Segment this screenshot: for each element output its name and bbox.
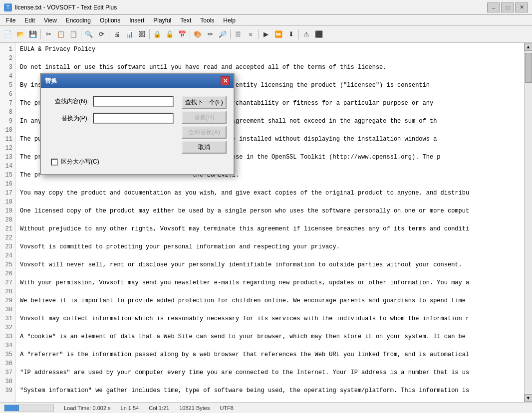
menu-file[interactable]: File bbox=[2, 15, 19, 25]
menu-text[interactable]: Text bbox=[176, 15, 195, 25]
tb-zoom[interactable]: 🔎 bbox=[217, 28, 229, 40]
tb-open[interactable]: 📂 bbox=[14, 28, 26, 40]
menu-options[interactable]: Options bbox=[96, 15, 124, 25]
replace-dialog: 替换 ✕ 查找内容(N): 替换为(P): bbox=[40, 73, 235, 175]
tb-copy[interactable]: 📋 bbox=[55, 28, 67, 40]
tb-down[interactable]: ⬇ bbox=[285, 28, 297, 40]
tb-replace[interactable]: ⟳ bbox=[95, 28, 107, 40]
tb-chart[interactable]: 📊 bbox=[123, 28, 135, 40]
tb-sep-8 bbox=[298, 29, 299, 39]
col: Col 1:21 bbox=[149, 405, 169, 411]
tb-paste[interactable]: 📋 bbox=[67, 28, 79, 40]
dialog-inputs-col: 查找内容(N): 替换为(P): bbox=[49, 96, 174, 154]
tb-save[interactable]: 💾 bbox=[27, 28, 39, 40]
tb-pen[interactable]: ✏ bbox=[204, 28, 216, 40]
menu-bar: File Edit View Encoding Options Insert P… bbox=[0, 15, 532, 26]
tb-sep-5 bbox=[190, 29, 190, 39]
tb-sep-6 bbox=[230, 29, 231, 39]
dialog-overlay: 替换 ✕ 查找内容(N): 替换为(P): bbox=[0, 43, 532, 402]
tb-sep-1 bbox=[40, 29, 41, 39]
encoding: UTF8 bbox=[220, 405, 234, 411]
tb-list[interactable]: ☰ bbox=[232, 28, 244, 40]
dialog-buttons: 查找下一个(F) 替换(R) 全部替换(A) 取消 bbox=[182, 96, 227, 154]
tb-warn[interactable]: ⚠ bbox=[300, 28, 312, 40]
cancel-button[interactable]: 取消 bbox=[182, 141, 227, 154]
tb-sep-3 bbox=[109, 29, 109, 39]
toolbar: 📄 📂 💾 ✂ 📋 📋 🔍 ⟳ 🖨 📊 🖼 🔒 🔓 📅 🎨 ✏ 🔎 ☰ ≡ ▶ … bbox=[0, 26, 532, 43]
tb-sep-4 bbox=[149, 29, 150, 39]
tb-cut[interactable]: ✂ bbox=[42, 28, 54, 40]
tb-image[interactable]: 🖼 bbox=[136, 28, 148, 40]
tb-ff[interactable]: ⏩ bbox=[272, 28, 284, 40]
checkbox-label: 区分大小写(C) bbox=[61, 158, 99, 166]
load-time: Load Time: 0.002 s bbox=[64, 405, 111, 411]
tb-date[interactable]: 📅 bbox=[176, 28, 188, 40]
progress-bar bbox=[4, 405, 19, 411]
title-bar-controls: – □ ✕ bbox=[487, 2, 528, 12]
tb-sep-2 bbox=[81, 29, 81, 39]
replace-button[interactable]: 替换(R) bbox=[182, 111, 227, 124]
window-title: license.txt - VOVSOFT - Text Edit Plus bbox=[15, 4, 117, 11]
tb-unlock[interactable]: 🔓 bbox=[164, 28, 176, 40]
line-col: Ln 1:54 bbox=[121, 405, 139, 411]
close-button[interactable]: ✕ bbox=[515, 2, 528, 12]
bytes: 10821 Bytes bbox=[179, 405, 210, 411]
find-input[interactable] bbox=[93, 96, 174, 107]
title-bar-left: T license.txt - VOVSOFT - Text Edit Plus bbox=[4, 3, 117, 11]
dialog-close-button[interactable]: ✕ bbox=[221, 76, 230, 85]
menu-tools[interactable]: Tools bbox=[196, 15, 218, 25]
tb-print[interactable]: 🖨 bbox=[111, 28, 123, 40]
dialog-title-bar: 替换 ✕ bbox=[41, 74, 234, 88]
dialog-body: 查找内容(N): 替换为(P): 查找下一个(F) 替换(R) 全部替换(A) … bbox=[41, 88, 234, 174]
app-icon: T bbox=[4, 3, 12, 11]
tb-new[interactable]: 📄 bbox=[2, 28, 14, 40]
menu-view[interactable]: View bbox=[40, 15, 61, 25]
replace-input[interactable] bbox=[93, 113, 174, 124]
case-sensitive-checkbox[interactable] bbox=[51, 159, 58, 166]
menu-edit[interactable]: Edit bbox=[20, 15, 39, 25]
tb-tool[interactable]: ⬛ bbox=[313, 28, 325, 40]
menu-playful[interactable]: Playful bbox=[149, 15, 175, 25]
find-label: 查找内容(N): bbox=[49, 97, 89, 106]
status-bar: Load Time: 0.002 s Ln 1:54 Col 1:21 1082… bbox=[0, 402, 532, 413]
menu-help[interactable]: Help bbox=[219, 15, 240, 25]
tb-lock[interactable]: 🔒 bbox=[151, 28, 163, 40]
maximize-button[interactable]: □ bbox=[501, 2, 514, 12]
tb-find[interactable]: 🔍 bbox=[83, 28, 95, 40]
menu-encoding[interactable]: Encoding bbox=[62, 15, 95, 25]
replace-all-button[interactable]: 全部替换(A) bbox=[182, 126, 227, 139]
tb-list2[interactable]: ≡ bbox=[245, 28, 257, 40]
find-next-button[interactable]: 查找下一个(F) bbox=[182, 96, 227, 109]
tb-color[interactable]: 🎨 bbox=[192, 28, 204, 40]
tb-play[interactable]: ▶ bbox=[260, 28, 272, 40]
tb-sep-7 bbox=[258, 29, 259, 39]
replace-row: 替换为(P): bbox=[49, 113, 174, 124]
title-bar: T license.txt - VOVSOFT - Text Edit Plus… bbox=[0, 0, 532, 15]
progress-bar-container bbox=[4, 405, 54, 412]
main-area: 1234567891011121314151617181920212223242… bbox=[0, 43, 532, 402]
find-row: 查找内容(N): bbox=[49, 96, 174, 107]
dialog-title-text: 替换 bbox=[45, 77, 57, 85]
menu-insert[interactable]: Insert bbox=[125, 15, 148, 25]
minimize-button[interactable]: – bbox=[487, 2, 500, 12]
checkbox-row: 区分大小写(C) bbox=[49, 158, 226, 166]
replace-label: 替换为(P): bbox=[49, 114, 89, 123]
